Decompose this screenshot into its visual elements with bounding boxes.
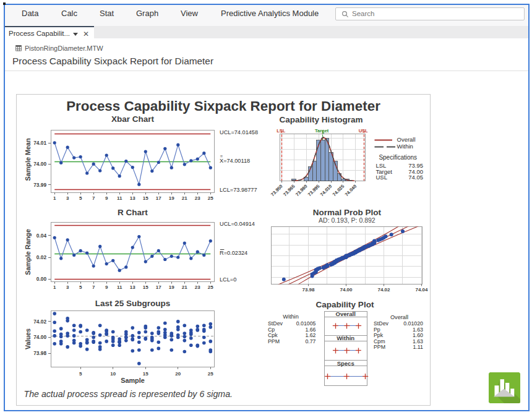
svg-text:1.60: 1.60 [413, 332, 423, 338]
svg-text:10: 10 [110, 371, 116, 377]
svg-text:15: 15 [143, 285, 148, 290]
svg-text:PPM: PPM [374, 344, 385, 350]
svg-text:0.77: 0.77 [305, 338, 315, 344]
svg-text:23: 23 [195, 195, 200, 201]
svg-text:Within: Within [337, 335, 354, 341]
svg-text:UCL=74.01458: UCL=74.01458 [220, 129, 258, 135]
svg-text:7: 7 [92, 195, 95, 201]
svg-text:LSL: LSL [277, 128, 286, 134]
svg-text:9: 9 [105, 195, 108, 201]
svg-text:1.11: 1.11 [413, 344, 424, 350]
svg-text:R=0.02324: R=0.02324 [220, 250, 247, 256]
svg-text:7: 7 [92, 285, 95, 290]
svg-text:74.02: 74.02 [377, 287, 390, 293]
svg-text:The actual process spread is r: The actual process spread is represented… [24, 389, 233, 399]
svg-text:Within: Within [397, 143, 413, 150]
svg-text:74.00: 74.00 [33, 334, 46, 340]
svg-text:Sample Range: Sample Range [24, 229, 32, 275]
svg-text:21: 21 [182, 195, 187, 201]
svg-text:74.05: 74.05 [408, 174, 423, 181]
svg-text:74.01: 74.01 [33, 140, 46, 146]
svg-text:5: 5 [79, 371, 82, 377]
svg-text:USL: USL [359, 128, 368, 134]
svg-text:21: 21 [182, 285, 187, 290]
svg-text:73.98: 73.98 [33, 350, 46, 356]
svg-text:Capability Plot: Capability Plot [316, 300, 374, 309]
svg-text:Sample Mean: Sample Mean [24, 138, 32, 181]
svg-text:Ppk: Ppk [374, 332, 384, 338]
svg-text:74.04: 74.04 [415, 287, 428, 293]
svg-text:3: 3 [66, 285, 69, 290]
svg-text:Cpk: Cpk [268, 332, 278, 338]
svg-text:USL: USL [376, 174, 387, 181]
svg-text:Capability Histogram: Capability Histogram [279, 115, 363, 124]
svg-text:0.01005: 0.01005 [296, 320, 316, 327]
svg-text:3: 3 [66, 195, 69, 201]
svg-text:17: 17 [156, 285, 161, 290]
svg-text:17: 17 [156, 195, 161, 201]
svg-text:20: 20 [175, 371, 181, 377]
svg-text:5: 5 [79, 195, 82, 201]
svg-text:Last 25 Subgroups: Last 25 Subgroups [95, 299, 171, 308]
svg-text:0.01020: 0.01020 [403, 320, 423, 327]
svg-text:Cp: Cp [268, 327, 275, 333]
svg-text:Within: Within [283, 314, 299, 320]
svg-text:19: 19 [169, 195, 174, 201]
svg-text:Process Capability Sixpack Rep: Process Capability Sixpack Report for Di… [66, 98, 380, 114]
svg-text:X=74.00118: X=74.00118 [220, 158, 250, 164]
svg-text:StDev: StDev [374, 320, 389, 327]
svg-text:74.02: 74.02 [33, 319, 46, 325]
svg-text:0.00: 0.00 [36, 276, 47, 282]
svg-text:1.66: 1.66 [305, 327, 315, 333]
svg-text:25: 25 [208, 371, 213, 377]
svg-text:0.04: 0.04 [36, 233, 47, 239]
svg-text:Sample: Sample [121, 377, 144, 384]
svg-text:0.02: 0.02 [36, 254, 47, 260]
svg-text:25: 25 [208, 195, 213, 201]
svg-text:25: 25 [208, 285, 213, 290]
svg-text:Specs: Specs [337, 360, 354, 367]
svg-text:1: 1 [53, 195, 56, 201]
svg-text:73.98: 73.98 [302, 287, 315, 293]
svg-text:Xbar Chart: Xbar Chart [111, 114, 155, 124]
svg-text:UCL=0.04914: UCL=0.04914 [220, 221, 255, 227]
svg-text:15: 15 [143, 195, 148, 201]
svg-text:74.00: 74.00 [33, 161, 46, 167]
svg-text:Values: Values [24, 328, 32, 349]
svg-text:Specifications: Specifications [379, 154, 417, 161]
svg-text:LCL=73.98777: LCL=73.98777 [220, 187, 257, 193]
svg-text:R Chart: R Chart [118, 208, 148, 217]
svg-text:23: 23 [195, 285, 200, 290]
svg-text:Target: Target [315, 128, 329, 134]
svg-text:15: 15 [143, 371, 148, 377]
svg-text:73.99: 73.99 [33, 182, 46, 188]
svg-text:1: 1 [53, 285, 56, 290]
svg-text:11: 11 [117, 285, 122, 290]
svg-text:19: 19 [169, 285, 174, 290]
svg-text:13: 13 [130, 195, 135, 201]
svg-text:Overall: Overall [397, 136, 416, 143]
svg-text:Normal Prob Plot: Normal Prob Plot [313, 208, 382, 217]
svg-text:StDev: StDev [268, 320, 283, 327]
svg-text:Overall: Overall [336, 310, 356, 317]
svg-text:74.00: 74.00 [340, 287, 353, 293]
svg-text:11: 11 [117, 195, 122, 201]
svg-text:9: 9 [105, 285, 108, 290]
svg-text:5: 5 [79, 285, 82, 290]
svg-text:PPM: PPM [268, 338, 280, 344]
svg-text:AD: 0.193, P: 0.892: AD: 0.193, P: 0.892 [319, 216, 375, 224]
svg-text:1.62: 1.62 [305, 332, 315, 338]
svg-text:LCL=0: LCL=0 [220, 276, 236, 283]
svg-text:13: 13 [130, 285, 135, 290]
svg-text:Overall: Overall [390, 314, 408, 320]
